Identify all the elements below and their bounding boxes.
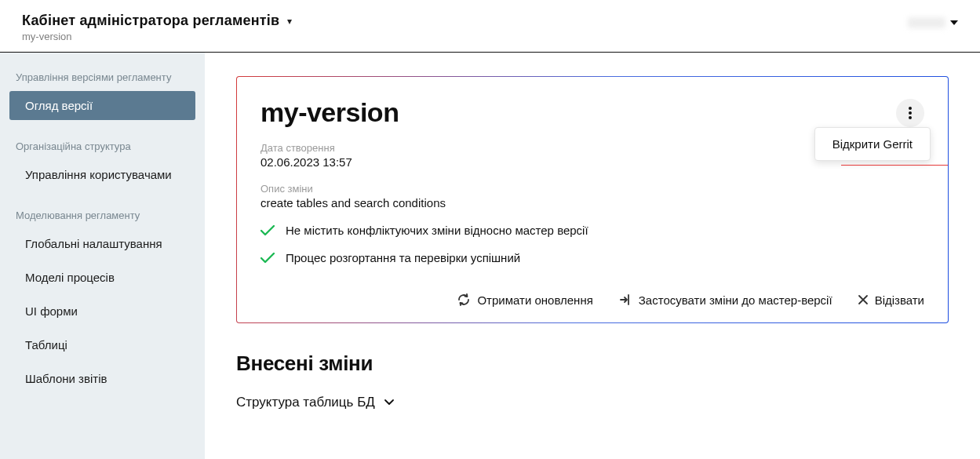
svg-point-0 [909,107,912,110]
sidebar-section-org: Організаційна структура [0,136,205,160]
status-deploy-ok: Процес розгортання та перевірки успішний [260,251,924,264]
db-tables-collapser[interactable]: Структура таблиць БД [236,395,949,410]
more-menu-button[interactable] [896,99,924,127]
refresh-icon [457,293,471,307]
popover-item-open-gerrit[interactable]: Відкрити Gerrit [832,137,913,151]
version-title: my-version [260,97,399,128]
sidebar-section-modeling: Моделювання регламенту [0,205,205,229]
sidebar-item-users[interactable]: Управління користувачами [9,160,195,189]
change-desc-value: create tables and search conditions [260,196,924,209]
kebab-icon [909,107,912,119]
status-text: Процес розгортання та перевірки успішний [286,251,520,264]
status-text: Не містить конфліктуючих зміни відносно … [286,224,588,237]
recall-button[interactable]: Відізвати [858,293,924,307]
apply-button[interactable]: Застосувати зміни до мастер-версії [618,293,832,307]
sidebar-item-version-overview[interactable]: Огляд версії [9,91,195,120]
change-desc-label: Опис зміни [260,183,924,195]
user-label-blurred [908,17,945,28]
more-menu-popover[interactable]: Відкрити Gerrit [814,127,931,161]
chevron-down-icon [384,399,394,406]
popover-underline [841,165,948,166]
title-caret-icon[interactable]: ▾ [287,16,292,27]
action-label: Застосувати зміни до мастер-версії [639,293,832,307]
sidebar-section-versions: Управління версіями регламенту [0,67,205,91]
version-card: my-version Відкрити Gerrit Дата створенн… [236,76,949,323]
svg-point-1 [909,111,912,115]
sidebar-item-report-templates[interactable]: Шаблони звітів [9,364,195,393]
check-icon [260,253,275,264]
apply-icon [618,293,632,307]
refresh-button[interactable]: Отримати оновлення [457,293,592,307]
user-menu[interactable] [908,17,958,28]
header-left: Кабінет адміністратора регламентів ▾ my-… [22,13,292,42]
sidebar-item-tables[interactable]: Таблиці [9,330,195,359]
sidebar: Управління версіями регламенту Огляд вер… [0,53,205,459]
card-actions: Отримати оновлення Застосувати зміни до … [260,286,924,307]
main-content: my-version Відкрити Gerrit Дата створенн… [205,53,980,459]
user-caret-icon [950,20,958,25]
check-icon [260,225,275,236]
app-subtitle: my-version [22,31,292,42]
sidebar-item-ui-forms[interactable]: UI форми [9,297,195,326]
changes-section-title: Внесені зміни [236,352,949,376]
collapser-label: Структура таблиць БД [236,395,375,410]
sidebar-item-process-models[interactable]: Моделі процесів [9,263,195,292]
status-no-conflicts: Не містить конфліктуючих зміни відносно … [260,224,924,237]
action-label: Відізвати [875,293,924,307]
close-icon [858,294,869,305]
action-label: Отримати оновлення [477,293,592,307]
svg-point-2 [909,116,912,119]
app-title: Кабінет адміністратора регламентів [22,13,279,29]
app-header: Кабінет адміністратора регламентів ▾ my-… [0,0,980,53]
sidebar-item-global-settings[interactable]: Глобальні налаштування [9,229,195,258]
